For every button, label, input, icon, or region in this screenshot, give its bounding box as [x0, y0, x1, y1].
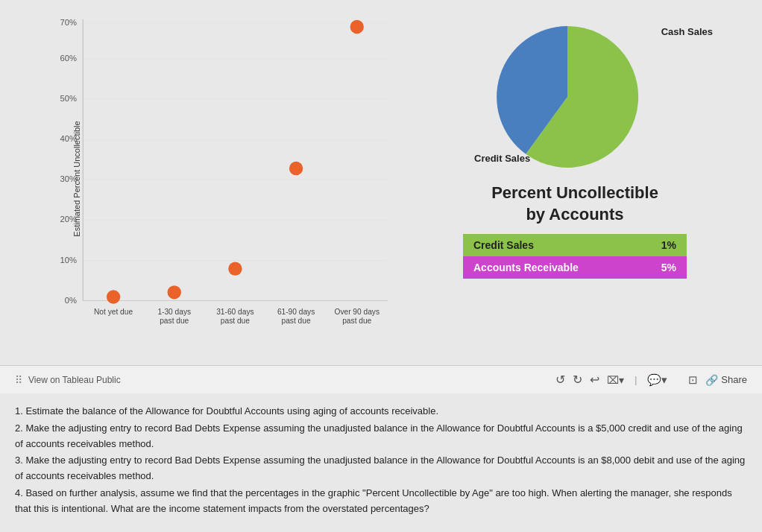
- legend-credit-label: Credit Sales: [463, 234, 637, 256]
- svg-text:past due: past due: [160, 317, 189, 325]
- svg-text:70%: 70%: [60, 18, 77, 27]
- view-tableau-label: View on Tableau Public: [28, 375, 121, 385]
- question-4: 4. Based on further analysis, assume we …: [15, 486, 747, 517]
- scatter-dot-2: [228, 262, 242, 275]
- redo-icon[interactable]: ↻: [573, 373, 582, 387]
- credit-sales-label: Credit Sales: [474, 153, 530, 164]
- legend-ar-pct: 5%: [637, 256, 687, 279]
- pie-container: Cash Sales Credit Sales: [470, 15, 679, 179]
- view-tableau-link[interactable]: View on Tableau Public: [28, 375, 121, 385]
- svg-text:Not yet due: Not yet due: [94, 308, 133, 316]
- back-icon[interactable]: ↩: [590, 373, 599, 387]
- right-panel: Cash Sales Credit Sales Percent Uncollec…: [403, 7, 747, 365]
- svg-text:61-90 days: 61-90 days: [277, 308, 315, 316]
- svg-text:31-60 days: 31-60 days: [216, 308, 254, 316]
- question-1: 1. Estimate the balance of the Allowance…: [15, 404, 747, 419]
- scatter-dot-4: [350, 20, 364, 34]
- svg-text:0%: 0%: [65, 296, 77, 305]
- forward-icon[interactable]: ⌧▾: [607, 374, 624, 386]
- question-3: 3. Make the adjusting entry to record Ba…: [15, 453, 747, 484]
- scatter-dot-0: [107, 290, 120, 303]
- svg-text:20%: 20%: [60, 215, 77, 224]
- scatter-container: Estimated Percent Uncollectible 0% 10% 2…: [15, 7, 403, 350]
- main-container: Estimated Percent Uncollectible 0% 10% 2…: [0, 0, 762, 532]
- share-button[interactable]: 🔗 Share: [705, 374, 747, 386]
- svg-text:50%: 50%: [60, 94, 77, 103]
- svg-text:60%: 60%: [60, 54, 77, 63]
- legend-ar-label: Accounts Receivable: [463, 256, 637, 279]
- svg-text:30%: 30%: [60, 174, 77, 183]
- svg-text:past due: past due: [221, 317, 250, 325]
- question-2: 2. Make the adjusting entry to record Ba…: [15, 421, 747, 452]
- legend-credit-pct: 1%: [637, 234, 687, 256]
- text-content: 1. Estimate the balance of the Allowance…: [0, 393, 762, 526]
- legend-row-ar: Accounts Receivable 5%: [463, 256, 687, 279]
- separator-1: |: [635, 375, 637, 385]
- toolbar-icons: ↺ ↻ ↩ ⌧▾ | 💬▾ ⊡ 🔗 Share: [555, 373, 747, 387]
- uncollectible-title: Percent Uncollectibleby Accounts: [491, 183, 658, 225]
- dots-icon: ⠿: [15, 374, 22, 386]
- svg-text:past due: past due: [342, 317, 371, 325]
- scatter-dot-1: [168, 285, 181, 299]
- legend-table: Credit Sales 1% Accounts Receivable 5%: [463, 234, 687, 279]
- svg-text:1-30 days: 1-30 days: [157, 308, 191, 316]
- share-label: Share: [721, 374, 747, 385]
- comment-icon[interactable]: 💬▾: [647, 373, 667, 387]
- legend-row-credit: Credit Sales 1%: [463, 234, 687, 256]
- scatter-plot-svg: 0% 10% 20% 30% 40% 50% 60% 70%: [37, 11, 403, 332]
- cash-sales-label: Cash Sales: [661, 26, 713, 37]
- svg-text:40%: 40%: [60, 134, 77, 143]
- chart-area: Estimated Percent Uncollectible 0% 10% 2…: [0, 0, 762, 365]
- undo-icon[interactable]: ↺: [555, 373, 565, 387]
- toolbar: ⠿ View on Tableau Public ↺ ↻ ↩ ⌧▾ | 💬▾ ⊡…: [0, 365, 762, 393]
- svg-text:past due: past due: [282, 317, 311, 325]
- scatter-dot-3: [289, 162, 303, 175]
- svg-text:Over 90 days: Over 90 days: [334, 308, 380, 316]
- svg-text:10%: 10%: [60, 256, 77, 265]
- share-icon: 🔗: [705, 374, 718, 386]
- fullscreen-icon[interactable]: ⊡: [688, 373, 698, 387]
